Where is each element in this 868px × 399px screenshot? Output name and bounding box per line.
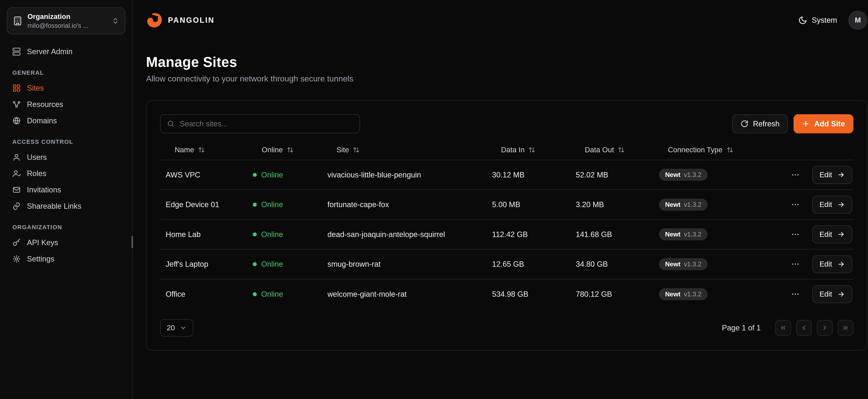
sidebar-item-label: Roles: [27, 170, 46, 177]
organization-subtitle: milo@fossorial.io's ...: [27, 21, 107, 30]
sidebar-resize-handle[interactable]: [131, 236, 133, 248]
last-page-button[interactable]: [838, 320, 854, 336]
table-header: Name Online Site Data In Data Out: [160, 146, 854, 160]
site-data-out: 141.68 GB: [570, 230, 653, 239]
row-menu-button[interactable]: [789, 198, 802, 212]
sidebar-item-users[interactable]: Users: [7, 149, 125, 165]
sort-icon: [726, 147, 733, 153]
page-size-select[interactable]: 20: [160, 319, 193, 337]
column-header-name[interactable]: Name: [160, 146, 247, 159]
add-site-button[interactable]: Add Site: [794, 114, 854, 133]
avatar[interactable]: M: [848, 10, 867, 30]
connection-type-name: Newt: [665, 290, 681, 298]
waypoints-icon: [12, 100, 21, 109]
sidebar-item-shareable-links[interactable]: Shareable Links: [7, 198, 125, 214]
connection-type-version: v1.3.2: [684, 171, 701, 179]
previous-page-button[interactable]: [796, 320, 812, 336]
site-connection-type: Newt v1.3.2: [653, 288, 788, 300]
ellipsis-icon: [791, 289, 800, 299]
search-icon: [167, 120, 175, 128]
site-status: Online: [247, 260, 322, 269]
site-name: Office: [160, 290, 247, 299]
moon-icon: [798, 16, 807, 25]
mail-icon: [12, 186, 21, 194]
user-icon: [12, 153, 21, 161]
topbar: PANGOLIN System M: [133, 0, 868, 40]
sidebar-item-resources[interactable]: Resources: [7, 96, 125, 113]
chevrons-left-icon: [779, 324, 787, 332]
online-dot-icon: [253, 203, 257, 207]
site-data-out: 52.02 MB: [570, 171, 653, 179]
site-tunnel-name: dead-san-joaquin-antelope-squirrel: [322, 230, 487, 239]
organization-text: Organization milo@fossorial.io's ...: [27, 12, 107, 30]
chevron-down-icon: [180, 325, 187, 331]
search-box: [160, 114, 360, 133]
edit-button[interactable]: Edit: [812, 166, 852, 184]
sidebar-item-label: Resources: [27, 100, 63, 108]
sidebar-item-label: Settings: [27, 255, 54, 263]
page-title: Manage Sites: [146, 54, 867, 70]
connection-type-version: v1.3.2: [684, 231, 701, 238]
row-menu-button[interactable]: [789, 257, 802, 271]
sidebar-item-api-keys[interactable]: API Keys: [7, 235, 125, 251]
site-data-out: 34.80 GB: [570, 260, 653, 269]
sites-card: Refresh Add Site Name Online: [146, 100, 867, 350]
arrow-right-icon: [837, 290, 845, 298]
sidebar-item-label: Server Admin: [27, 48, 72, 55]
row-menu-button[interactable]: [789, 168, 802, 182]
sidebar-item-server-admin[interactable]: Server Admin: [7, 43, 125, 60]
sort-icon: [198, 147, 205, 153]
site-connection-type: Newt v1.3.2: [653, 228, 788, 240]
theme-toggle-button[interactable]: System: [798, 16, 837, 25]
connection-type-version: v1.3.2: [684, 290, 701, 298]
edit-button[interactable]: Edit: [812, 285, 852, 303]
column-header-connection-type[interactable]: Connection Type: [653, 146, 788, 159]
site-data-in: 534.98 GB: [487, 290, 570, 299]
column-label: Data In: [501, 146, 525, 154]
column-header-online[interactable]: Online: [247, 146, 322, 159]
next-page-button[interactable]: [817, 320, 833, 336]
page-head: Manage Sites Allow connectivity to your …: [133, 40, 868, 83]
connection-type-badge: Newt v1.3.2: [659, 258, 708, 270]
status-label: Online: [261, 171, 283, 179]
pager-buttons: [775, 320, 854, 336]
sidebar-item-invitations[interactable]: Invitations: [7, 182, 125, 198]
site-data-in: 112.42 GB: [487, 230, 570, 239]
sidebar-item-label: Domains: [27, 117, 57, 124]
column-label: Connection Type: [668, 146, 722, 154]
sidebar-item-settings[interactable]: Settings: [7, 251, 125, 267]
link-icon: [12, 202, 21, 210]
site-status: Online: [247, 171, 322, 179]
sidebar-item-domains[interactable]: Domains: [7, 113, 125, 129]
first-page-button[interactable]: [775, 320, 791, 336]
sidebar-item-roles[interactable]: Roles: [7, 165, 125, 182]
sidebar-item-sites[interactable]: Sites: [7, 80, 125, 96]
column-header-site[interactable]: Site: [322, 146, 487, 159]
building-icon: [13, 16, 22, 26]
site-name: AWS VPC: [160, 171, 247, 179]
brand-name: PANGOLIN: [168, 16, 215, 25]
pangolin-logo-icon: [146, 12, 163, 29]
refresh-button[interactable]: Refresh: [732, 114, 788, 133]
plus-icon: [802, 120, 810, 128]
table-row: Home Lab Online dead-san-joaquin-antelop…: [160, 220, 854, 250]
site-connection-type: Newt v1.3.2: [653, 198, 788, 211]
edit-button[interactable]: Edit: [812, 255, 852, 273]
column-header-data-in[interactable]: Data In: [487, 146, 570, 159]
edit-label: Edit: [819, 290, 832, 298]
row-actions: Edit: [788, 255, 854, 273]
organization-selector[interactable]: Organization milo@fossorial.io's ...: [7, 7, 125, 34]
site-data-out: 780.12 GB: [570, 290, 653, 299]
site-tunnel-name: smug-brown-rat: [322, 260, 487, 269]
table-row: AWS VPC Online vivacious-little-blue-pen…: [160, 160, 854, 190]
row-menu-button[interactable]: [789, 287, 802, 301]
row-menu-button[interactable]: [789, 227, 802, 241]
edit-button[interactable]: Edit: [812, 196, 852, 214]
sidebar-item-label: Shareable Links: [27, 202, 81, 210]
edit-button[interactable]: Edit: [812, 225, 852, 243]
page-size-value: 20: [167, 324, 175, 332]
search-input[interactable]: [180, 119, 353, 128]
connection-type-version: v1.3.2: [684, 201, 701, 208]
theme-label: System: [812, 16, 837, 25]
column-header-data-out[interactable]: Data Out: [570, 146, 653, 159]
